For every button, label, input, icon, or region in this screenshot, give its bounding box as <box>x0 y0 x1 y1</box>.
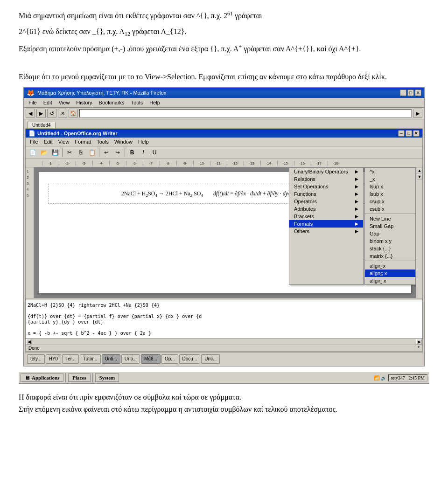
writer-menubar[interactable]: File Edit View Format Tools Window Help <box>26 138 422 146</box>
menu-item-operators[interactable]: Operators ▶ <box>289 198 363 205</box>
source-code-area[interactable]: 2NaCl+H_{2}SO_{4} rightarrow 2HCl +Na_{2… <box>26 300 422 338</box>
taskbar-unti2[interactable]: Unti... <box>121 354 140 364</box>
writer-menu-format[interactable]: Format <box>72 138 93 145</box>
browser-menu-file[interactable]: File <box>26 99 40 106</box>
submenu-separator-1 <box>365 214 415 214</box>
writer-menu-tools[interactable]: Tools <box>94 138 111 145</box>
toolbar-paste[interactable]: 📋 <box>87 147 97 158</box>
scroll-up-btn[interactable]: ▲ <box>417 168 422 173</box>
places-menu[interactable]: Places <box>68 373 90 382</box>
vertical-scrollbar[interactable]: ▲ ▼ <box>416 167 422 298</box>
formats-submenu: ^x _x lsup x lsub x <box>364 167 416 285</box>
toolbar-open[interactable]: 📂 <box>39 147 49 158</box>
writer-win-controls[interactable]: ─ □ ✕ <box>398 130 420 137</box>
forward-button[interactable]: ▶ <box>36 109 46 118</box>
ruler-marks: ·1· ·2· ·3· ·4· ·5· ·6· ·7· ·8· ·9· ·10·… <box>42 161 344 166</box>
writer-close-btn[interactable]: ✕ <box>413 130 420 137</box>
browser-close-btn[interactable]: ✕ <box>415 90 421 96</box>
writer-menu-file[interactable]: File <box>28 138 41 145</box>
menu-item-set-operations[interactable]: Set Operations ▶ <box>289 183 363 190</box>
browser-minimize-btn[interactable]: ─ <box>400 90 406 96</box>
browser-window: 🦊 Μάθημα Χρήσης Υπολογιστή, ΤΕΤΥ, ΠΚ - M… <box>23 87 425 366</box>
submenu-item-stack[interactable]: stack {...} <box>365 245 415 252</box>
taskbar-docu[interactable]: Docu... <box>179 354 201 364</box>
taskbar-op[interactable]: Op... <box>161 354 178 364</box>
taskbar-math[interactable]: Μάθ... <box>141 354 161 364</box>
taskbar-unti3[interactable]: Unti... <box>201 354 220 364</box>
source-line-4: {partial y} {dy } over {dt} <box>28 319 420 325</box>
submenu-item-lsub[interactable]: lsub x <box>365 190 415 198</box>
toolbar-save[interactable]: 💾 <box>50 147 60 158</box>
taskbar-tutor[interactable]: Tutor... <box>80 354 101 364</box>
browser-menu-help[interactable]: Help <box>147 99 163 106</box>
submenu-item-smallgap[interactable]: Small Gap <box>365 222 415 230</box>
system-menu[interactable]: System <box>95 373 119 382</box>
toolbar-redo[interactable]: ↪ <box>112 147 123 158</box>
scroll-right-btn[interactable]: ▶ <box>416 339 422 345</box>
browser-menu-tools[interactable]: Tools <box>128 99 146 106</box>
browser-menu-bookmarks[interactable]: Bookmarks <box>96 99 127 106</box>
writer-maximize-btn[interactable]: □ <box>406 130 412 137</box>
browser-tab-1[interactable]: Untitled4 <box>27 122 56 128</box>
browser-menu-view[interactable]: View <box>56 99 73 106</box>
toolbar-underline[interactable]: U <box>149 147 160 158</box>
writer-menu-help[interactable]: Help <box>136 138 151 145</box>
submenu-item-csup[interactable]: csup x <box>365 198 415 205</box>
intro-line1: Μιά σημαντική σημείωση είναι ότι εκθέτες… <box>19 9 429 22</box>
arrow-icon: ▶ <box>355 221 358 226</box>
browser-win-controls[interactable]: ─ □ ✕ <box>400 90 421 96</box>
address-bar[interactable] <box>79 109 412 118</box>
applications-menu[interactable]: 🖥 Applications <box>21 373 63 382</box>
toolbar-separator-2 <box>99 148 99 157</box>
stop-button[interactable]: ✕ <box>58 109 67 118</box>
writer-minimize-btn[interactable]: ─ <box>398 130 405 137</box>
taskbar-unti1[interactable]: Unti... <box>102 354 120 364</box>
taskbar-tety[interactable]: tety... <box>27 354 45 364</box>
home-button[interactable]: 🏠 <box>69 109 78 118</box>
toolbar-new[interactable]: 📄 <box>28 147 38 158</box>
submenu-item-under-x[interactable]: _x <box>365 175 415 183</box>
taskbar-ter[interactable]: Ter... <box>62 354 79 364</box>
arrow-icon: ▶ <box>355 169 358 174</box>
toolbar-bold[interactable]: B <box>127 147 137 158</box>
main-context-menu: Unary/Binary Operators ▶ Relations ▶ Set… <box>289 167 364 285</box>
submenu-item-alignl[interactable]: alignl x <box>365 262 415 270</box>
submenu-item-binom[interactable]: binom x y <box>365 237 415 245</box>
browser-menu-edit[interactable]: Edit <box>41 99 55 106</box>
menu-item-functions[interactable]: Functions ▶ <box>289 190 363 198</box>
writer-menu-view[interactable]: View <box>56 138 72 145</box>
menu-item-brackets[interactable]: Brackets ▶ <box>289 213 363 220</box>
toolbar-copy[interactable]: ⎘ <box>76 147 86 158</box>
horizontal-scrollbar[interactable]: ◀ ▶ <box>26 338 422 345</box>
apps-icon: 🖥 <box>25 375 30 380</box>
back-button[interactable]: ◀ <box>26 109 35 118</box>
submenu-item-matrix[interactable]: matrix {...} <box>365 252 415 260</box>
writer-main: 1 2 3 4 5 2NaCl + H2SO4 → 2HCl + Na2 SO4 <box>26 167 422 298</box>
toolbar-cut[interactable]: ✂ <box>64 147 75 158</box>
submenu-item-alignc[interactable]: alignc x <box>365 270 415 277</box>
submenu-item-newline[interactable]: New Line <box>365 215 415 222</box>
menu-item-relations[interactable]: Relations ▶ <box>289 175 363 183</box>
scroll-down-btn[interactable]: ▼ <box>417 174 422 180</box>
menu-item-attributes[interactable]: Attributes ▶ <box>289 205 363 213</box>
writer-menu-window[interactable]: Window <box>112 138 135 145</box>
submenu-item-csub[interactable]: csub x <box>365 205 415 213</box>
submenu-item-lsup[interactable]: lsup x <box>365 183 415 190</box>
submenu-item-caret-x[interactable]: ^x <box>365 168 415 175</box>
user-label: tety347 <box>391 375 405 380</box>
browser-menu-history[interactable]: History <box>73 99 95 106</box>
submenu-item-gap[interactable]: Gap <box>365 230 415 237</box>
writer-menu-edit[interactable]: Edit <box>42 138 55 145</box>
menu-item-others[interactable]: Others ▶ <box>289 228 363 235</box>
submenu-item-alignr[interactable]: alignr x <box>365 277 415 284</box>
toolbar-undo[interactable]: ↩ <box>101 147 112 158</box>
taskbar-hy0[interactable]: HY0 <box>46 354 61 364</box>
browser-maximize-btn[interactable]: □ <box>407 90 414 96</box>
menu-item-unary-binary[interactable]: Unary/Binary Operators ▶ <box>289 168 363 175</box>
scroll-left-btn[interactable]: ◀ <box>26 339 32 345</box>
reload-button[interactable]: ↺ <box>47 109 56 118</box>
go-button[interactable]: ▶ <box>413 109 422 118</box>
browser-menubar[interactable]: File Edit View History Bookmarks Tools H… <box>24 98 424 108</box>
menu-item-formats[interactable]: Formats ▶ <box>289 220 363 228</box>
toolbar-italic[interactable]: I <box>138 147 148 158</box>
